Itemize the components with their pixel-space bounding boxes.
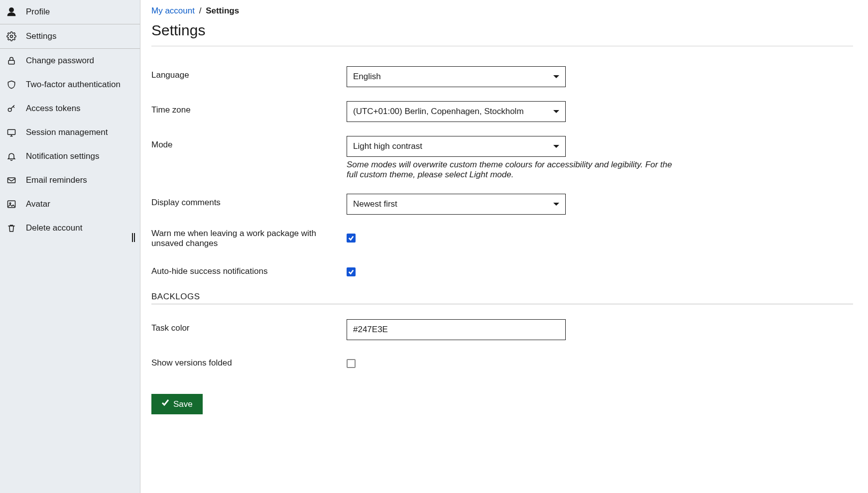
lock-icon (6, 55, 17, 66)
task-color-input[interactable]: #247E3E (347, 319, 566, 340)
sidebar-item-delete-account[interactable]: Delete account (0, 216, 140, 240)
sidebar-item-label: Notification settings (26, 151, 99, 161)
show-versions-folded-checkbox[interactable] (347, 359, 356, 368)
language-value: English (353, 72, 381, 82)
show-versions-folded-label: Show versions folded (151, 354, 347, 368)
sidebar-item-label: Two-factor authentication (26, 80, 121, 90)
key-icon (6, 103, 17, 114)
svg-rect-4 (8, 178, 15, 183)
breadcrumb-parent[interactable]: My account (151, 6, 195, 15)
sidebar: Profile Settings Change password Two-fac… (0, 0, 140, 493)
check-icon (161, 399, 169, 409)
svg-point-0 (10, 35, 13, 38)
sidebar-item-two-factor[interactable]: Two-factor authentication (0, 73, 140, 97)
bell-icon (6, 151, 17, 162)
trash-icon (6, 223, 17, 234)
timezone-value: (UTC+01:00) Berlin, Copenhagen, Stockhol… (353, 107, 524, 117)
breadcrumb: My account / Settings (151, 6, 853, 16)
main-content: My account / Settings Settings Language … (140, 0, 868, 493)
save-label: Save (173, 399, 193, 409)
timezone-label: Time zone (151, 101, 347, 115)
sidebar-item-session-management[interactable]: Session management (0, 121, 140, 144)
backlogs-heading: Backlogs (151, 292, 853, 302)
monitor-icon (6, 127, 17, 138)
save-button[interactable]: Save (151, 394, 203, 414)
title-divider (151, 46, 853, 46)
sidebar-item-profile[interactable]: Profile (0, 0, 140, 24)
timezone-select[interactable]: (UTC+01:00) Berlin, Copenhagen, Stockhol… (347, 101, 566, 122)
sidebar-item-change-password[interactable]: Change password (0, 49, 140, 73)
auto-hide-checkbox[interactable] (347, 267, 356, 276)
display-comments-select[interactable]: Newest first (347, 194, 566, 215)
sidebar-item-label: Avatar (26, 199, 50, 209)
svg-rect-1 (8, 60, 14, 64)
sidebar-item-label: Delete account (26, 223, 82, 233)
sidebar-resize-handle[interactable] (132, 233, 137, 242)
sidebar-item-access-tokens[interactable]: Access tokens (0, 97, 140, 121)
sidebar-item-label: Session management (26, 127, 108, 137)
mode-select[interactable]: Light high contrast (347, 136, 566, 157)
mail-icon (6, 175, 17, 186)
display-comments-label: Display comments (151, 194, 347, 208)
sidebar-item-label: Email reminders (26, 175, 87, 185)
warn-unsaved-label: Warn me when leaving a work package with… (151, 229, 347, 248)
sidebar-item-label: Profile (26, 7, 50, 17)
warn-unsaved-checkbox[interactable] (347, 234, 356, 243)
mode-value: Light high contrast (353, 141, 422, 151)
language-label: Language (151, 66, 347, 80)
svg-point-6 (9, 203, 11, 204)
mode-label: Mode (151, 136, 347, 150)
sidebar-item-label: Settings (26, 31, 56, 41)
mode-hint: Some modes will overwrite custom theme c… (347, 160, 675, 180)
sidebar-item-notification-settings[interactable]: Notification settings (0, 144, 140, 168)
page-title: Settings (151, 22, 853, 39)
image-icon (6, 199, 17, 210)
task-color-label: Task color (151, 319, 347, 333)
breadcrumb-current: Settings (206, 6, 239, 15)
svg-rect-3 (8, 129, 15, 134)
display-comments-value: Newest first (353, 199, 397, 209)
user-icon (6, 6, 17, 17)
task-color-value: #247E3E (353, 325, 388, 335)
sidebar-item-avatar[interactable]: Avatar (0, 192, 140, 216)
language-select[interactable]: English (347, 66, 566, 87)
sidebar-item-label: Access tokens (26, 104, 81, 114)
sidebar-item-settings[interactable]: Settings (0, 24, 140, 49)
shield-icon (6, 79, 17, 90)
svg-rect-5 (8, 201, 15, 207)
svg-point-2 (8, 108, 11, 112)
breadcrumb-separator: / (199, 6, 202, 15)
sidebar-item-label: Change password (26, 56, 94, 66)
gear-icon (6, 31, 17, 42)
auto-hide-label: Auto-hide success notifications (151, 262, 347, 276)
section-divider (151, 304, 853, 304)
sidebar-item-email-reminders[interactable]: Email reminders (0, 168, 140, 192)
